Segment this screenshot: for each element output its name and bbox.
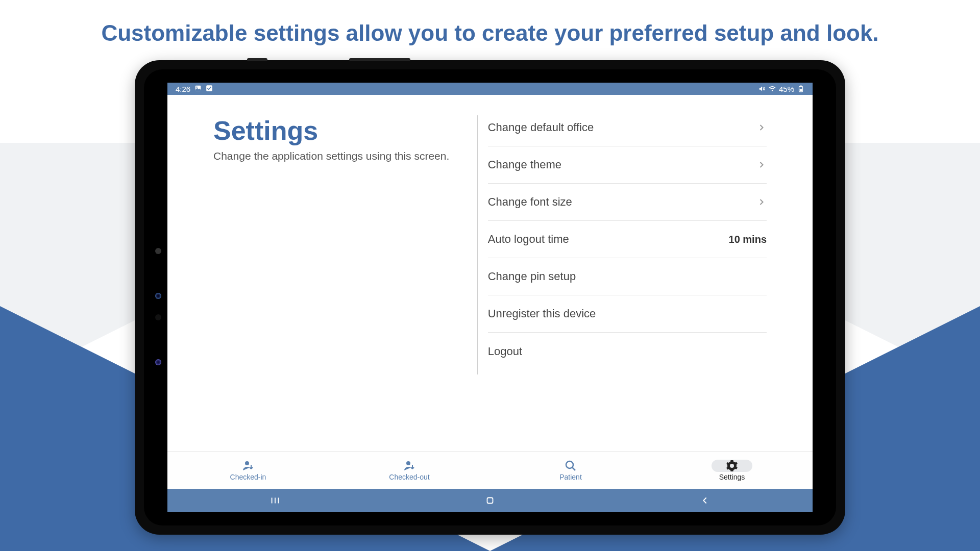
tablet-frame: 4:26 45% Settings C: [135, 60, 845, 535]
mute-icon: [758, 85, 766, 92]
tablet-volume-button: [349, 58, 410, 61]
wifi-icon: [769, 85, 776, 92]
tab-checked-out[interactable]: Checked-out: [329, 452, 490, 489]
svg-rect-15: [487, 498, 493, 504]
setting-change-default-office[interactable]: Change default office: [488, 109, 767, 146]
setting-auto-logout-time[interactable]: Auto logout time 10 mins: [488, 221, 767, 258]
chevron-right-icon: [756, 197, 767, 207]
page-headline: Customizable settings allow you to creat…: [0, 20, 980, 46]
nav-back-button[interactable]: [674, 489, 736, 512]
svg-point-10: [566, 461, 573, 468]
tablet-screen: 4:26 45% Settings C: [167, 83, 813, 512]
gear-icon: [712, 460, 752, 472]
svg-point-1: [197, 86, 198, 87]
search-icon: [565, 460, 577, 472]
tablet-camera: [155, 293, 161, 299]
image-icon: [194, 85, 202, 93]
tablet-sensor: [155, 314, 161, 320]
setting-label: Change font size: [488, 195, 572, 209]
android-nav-bar: [167, 489, 813, 512]
check-icon: [206, 85, 213, 93]
setting-label: Logout: [488, 345, 522, 358]
tab-patient[interactable]: Patient: [490, 452, 651, 489]
tablet-sensor: [155, 248, 161, 254]
nav-recent-apps-button[interactable]: [244, 489, 306, 512]
settings-list: Change default office Change theme Chang…: [478, 95, 813, 451]
nav-home-button[interactable]: [459, 489, 521, 512]
battery-icon: [797, 85, 804, 92]
setting-change-pin-setup[interactable]: Change pin setup: [488, 258, 767, 295]
status-time: 4:26: [176, 85, 190, 93]
tab-label: Patient: [559, 473, 582, 481]
status-bar: 4:26 45%: [167, 83, 813, 95]
svg-line-11: [572, 467, 575, 470]
setting-label: Auto logout time: [488, 233, 569, 246]
svg-point-8: [245, 461, 249, 465]
setting-label: Change pin setup: [488, 270, 576, 283]
setting-logout[interactable]: Logout: [488, 333, 767, 370]
tab-checked-in[interactable]: Checked-in: [167, 452, 329, 489]
tab-label: Settings: [719, 473, 745, 481]
tab-settings[interactable]: Settings: [651, 452, 813, 489]
setting-change-font-size[interactable]: Change font size: [488, 184, 767, 221]
tab-label: Checked-out: [389, 473, 429, 481]
page-title: Settings: [213, 115, 452, 146]
setting-label: Change theme: [488, 158, 561, 171]
setting-change-theme[interactable]: Change theme: [488, 146, 767, 184]
svg-rect-7: [800, 89, 802, 91]
svg-point-9: [406, 461, 410, 465]
setting-label: Unregister this device: [488, 307, 596, 320]
tablet-power-button: [247, 58, 267, 61]
tab-label: Checked-in: [230, 473, 266, 481]
tablet-camera: [155, 359, 161, 365]
chevron-right-icon: [756, 122, 767, 133]
setting-unregister-device[interactable]: Unregister this device: [488, 295, 767, 333]
status-battery-pct: 45%: [779, 85, 794, 93]
svg-rect-6: [800, 86, 802, 87]
setting-value: 10 mins: [729, 234, 767, 245]
chevron-right-icon: [756, 160, 767, 170]
setting-label: Change default office: [488, 121, 594, 134]
user-arrow-icon: [403, 460, 415, 472]
page-subtitle: Change the application settings using th…: [213, 150, 452, 162]
user-arrow-icon: [242, 460, 254, 472]
bottom-tab-bar: Checked-in Checked-out Patient Settings: [167, 451, 813, 489]
